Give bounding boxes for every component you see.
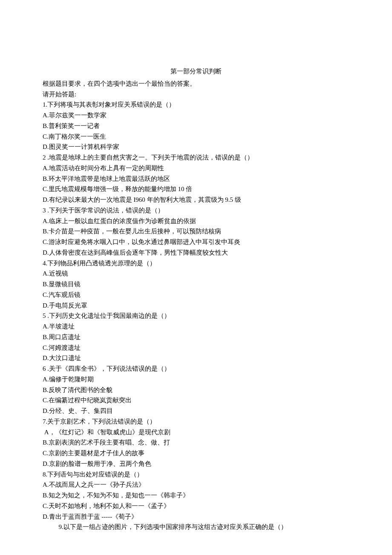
q1-option-a: A.菲尔兹奖一一数学家 <box>43 110 349 121</box>
q7-option-c: C.京剧的主要题材是才子佳人的故事 <box>43 448 349 459</box>
q6-option-d: D.分经、史、子、集四目 <box>43 406 349 416</box>
q5-option-d: D.大汶口遗址 <box>43 353 349 363</box>
q7-option-d: D.京剧的脸谱一般用于净、丑两个角色 <box>43 459 349 469</box>
instruction-line-2: 请开始答题: <box>43 89 349 100</box>
q1-stem: 1.下列将项与其表彰对象对应关系错误的是（） <box>43 99 349 110</box>
q5-stem: 5 .下列历史文化遗址位于我国最南边的是（） <box>43 311 349 321</box>
q6-option-b: B.反映了清代图书的全貌 <box>43 385 349 395</box>
q8-option-b: B.知之为知之，不知为不知，是知也一一《韩非子》 <box>43 490 349 501</box>
q8-option-c: C.天时不如地利，地利不如人和一一《孟子》 <box>43 501 349 511</box>
q5-option-b: B.周口店遗址 <box>43 332 349 343</box>
q2-option-d: D.有纪录以来最大的一次地震是 I960 年的智利大地震，其震级为 9.5 级 <box>43 195 349 205</box>
document-page: 第一部分常识判断 根据题目要求，在四个选项中选出一个最恰当的答案。 请开始答题:… <box>0 0 392 555</box>
q4-option-c: C.汽车观后镜 <box>43 290 349 300</box>
q3-option-d: D.人体骨密度在达到高峰值后会逐年下降，男性下降幅度较女性大 <box>43 247 349 258</box>
q1-option-b: B.普利策奖一一记者 <box>43 121 349 131</box>
q4-option-b: B.显微镜目镜 <box>43 279 349 290</box>
q2-stem: 2 .地震是地球上的主要自然灾害之一。下列关于地震的说法，错误的是（） <box>43 152 349 163</box>
q4-option-d: D.手电筒反光罩 <box>43 300 349 311</box>
q8-option-d: D.青出于蓝而胜于蓝 -----《荀子》 <box>43 511 349 522</box>
q1-option-d: D.图灵奖一一计算机科学家 <box>43 142 349 152</box>
q6-option-a: A.编修于乾隆时期 <box>43 374 349 385</box>
q4-stem: 4.下列物品利用凸透镜透光原理的是（） <box>43 258 349 269</box>
q8-option-a: A.不战而屈人之兵一一《孙子兵法》 <box>43 479 349 490</box>
q7-option-a: A，《红灯记》和《智取威虎山》是现代京剧 <box>43 427 349 438</box>
q2-option-b: B.环太平洋地震带是地球上地震最活跃的地区 <box>43 174 349 184</box>
q2-option-c: C.里氏地震规模每增强一级，释放的能量约增加 10 倍 <box>43 184 349 195</box>
q6-stem: 6 .关于《四库全书》，下列说法错误的是（） <box>43 363 349 374</box>
q6-option-c: C.在编纂过程中纪晓岚贡献突出 <box>43 395 349 406</box>
q7-option-b: B.京剧表演的艺术手段主要有唱、念、做、打 <box>43 437 349 448</box>
q3-stem: 3 .下列关于医学常识的说法，错误的是（） <box>43 205 349 216</box>
q5-option-a: A.半坡遗址 <box>43 321 349 332</box>
q3-option-c: C.游泳时应避免将水咽入口中，以免水通过鼻咽部进入中耳引发中耳炎 <box>43 237 349 247</box>
q7-stem: 7.关于京剧艺术，下列说法错误的是（） <box>43 416 349 427</box>
section-title: 第一部分常识判断 <box>43 66 349 77</box>
q3-option-b: B.卡介苗是一种疫苗，一般在婴儿出生后接种，可以预防结核病 <box>43 226 349 237</box>
q8-stem: 8.下列语句与出处对应错误的是（） <box>43 469 349 480</box>
q3-option-a: A.临床上一般以血红蛋白的浓度值作为诊断贫血的依据 <box>43 216 349 227</box>
q2-option-a: A.地震活动在时间分布上具有一定的周期性 <box>43 163 349 174</box>
q9-stem: 9.以下是一组占迹的图片，下列选项中国家排序与这组古迹对应关系正确的是（） <box>43 522 349 532</box>
q5-option-c: C.河姆渡遗址 <box>43 343 349 353</box>
instruction-line-1: 根据题目要求，在四个选项中选出一个最恰当的答案。 <box>43 78 349 89</box>
q1-option-c: C.南丁格尔奖一一医生 <box>43 131 349 142</box>
q4-option-a: A.近视镜 <box>43 268 349 279</box>
